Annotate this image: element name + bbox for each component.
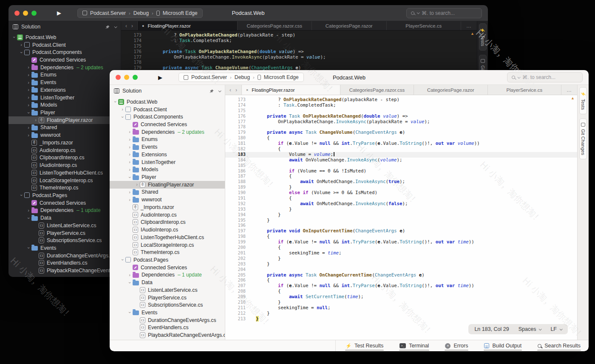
tab-categoriespage-razor[interactable]: CategoriesPage.razor: [312, 21, 387, 30]
chevron-expanded-icon[interactable]: ›: [19, 192, 24, 198]
tree-item-events[interactable]: ›Events: [8, 79, 121, 86]
chevron-collapsed-icon[interactable]: ›: [127, 145, 133, 150]
tree-item-dependencies[interactable]: ›Dependencies– 2 updates: [8, 64, 121, 71]
cursor-position[interactable]: Ln 183, Col 29: [474, 326, 509, 332]
tree-item-shared[interactable]: ›Shared: [110, 189, 225, 196]
close-icon[interactable]: ×: [246, 88, 248, 92]
run-configuration-breadcrumb[interactable]: Podcast.Server › Debug › Microsoft Edge: [77, 8, 203, 18]
tree-item-extensions[interactable]: ›Extensions: [110, 151, 225, 158]
code-line[interactable]: 202 }: [225, 256, 577, 262]
chevron-expanded-icon[interactable]: ›: [113, 99, 118, 105]
code-line[interactable]: 197 private void OnInputCurrentTime(Chan…: [225, 229, 577, 234]
solution-pad-header[interactable]: Solution: [8, 21, 121, 32]
run-configuration-breadcrumb[interactable]: Podcast.Server › Debug › Microsoft Edge: [178, 73, 304, 82]
code-line[interactable]: 205 private async Task OnChangeCurrentTi…: [225, 273, 577, 278]
tree-item-playbackratechangeeventargs-cs[interactable]: {}PlaybackRateChangeEventArgs.cs: [110, 331, 225, 339]
code-line[interactable]: 203 }: [225, 262, 577, 267]
code-line[interactable]: 174 : Task.CompletedTask;: [121, 38, 477, 44]
tree-item-enums[interactable]: ›Enums: [8, 71, 121, 79]
tree-item-player[interactable]: ›Player: [8, 109, 121, 116]
tab-floatingplayer-razor[interactable]: ×FloatingPlayer.razor: [241, 85, 340, 95]
tree-item-iaudiointerop-cs[interactable]: {}IAudioInterop.cs: [8, 161, 121, 169]
tree-item-models[interactable]: ›Models: [8, 101, 121, 109]
code-line[interactable]: 177 OnPlaybackRateChange.InvokeAsync(pla…: [225, 119, 577, 125]
tree-item-audiointerop-cs[interactable]: {}AudioInterop.cs: [110, 211, 225, 219]
modified-dot-icon[interactable]: ●: [142, 24, 144, 28]
dock-build-output[interactable]: Build Output: [483, 340, 523, 351]
code-line[interactable]: 195 }: [225, 218, 577, 223]
tree-item-listentogetherhubclient-cs[interactable]: {}ListenTogetherHubClient.cs: [8, 169, 121, 177]
chevron-collapsed-icon[interactable]: ›: [26, 208, 31, 213]
nav-back-icon[interactable]: ‹: [125, 23, 127, 29]
tree-item-dependencies[interactable]: ›Dependencies– 1 update: [110, 271, 225, 279]
chevron-collapsed-icon[interactable]: ›: [127, 160, 133, 164]
dock-terminal[interactable]: >_Terminal: [398, 340, 430, 351]
chevron-expanded-icon[interactable]: ›: [19, 49, 24, 55]
chevron-expanded-icon[interactable]: ›: [12, 34, 17, 40]
tree-item-floatingplayer-razor[interactable]: ›@FloatingPlayer.razor: [8, 116, 121, 124]
chevron-collapsed-icon[interactable]: ›: [18, 42, 24, 47]
tab-playerservice-cs[interactable]: PlayerService.cs: [488, 85, 561, 95]
chevron-collapsed-icon[interactable]: ›: [26, 87, 31, 92]
tree-item-podcast-pages[interactable]: ›Podcast.Pages: [8, 192, 121, 199]
code-line[interactable]: 177 OnPlaybackRateChange.InvokeAsync(pla…: [121, 55, 477, 60]
titlebar[interactable]: ▶ Podcast.Server › Debug › Microsoft Edg…: [110, 70, 589, 85]
tree-item-connected-services[interactable]: Connected Services: [110, 121, 225, 128]
chevron-collapsed-icon[interactable]: ›: [127, 137, 133, 142]
tab-categoriespage-razor-css[interactable]: CategoriesPage.razor.css: [340, 85, 414, 95]
tree-item-events[interactable]: ›Events: [8, 244, 121, 252]
window-controls[interactable]: [14, 11, 37, 16]
tree-item-listentogether[interactable]: ›ListenTogether: [8, 94, 121, 102]
tree-item-eventhandlers-cs[interactable]: {}EventHandlers.cs: [8, 260, 121, 267]
chevron-collapsed-icon[interactable]: ›: [127, 152, 133, 157]
dock-search-results[interactable]: Search Results: [536, 340, 582, 351]
chevron-collapsed-icon[interactable]: ›: [26, 95, 31, 100]
tree-item-data[interactable]: ›Data: [8, 214, 121, 222]
tree-item-playerservice-cs[interactable]: {}PlayerService.cs: [110, 294, 225, 302]
tree-item-clipboardinterop-cs[interactable]: {}ClipboardInterop.cs: [110, 219, 225, 226]
chevron-collapsed-icon[interactable]: ›: [134, 182, 140, 187]
chevron-collapsed-icon[interactable]: ›: [26, 103, 31, 107]
chevron-down-icon[interactable]: [114, 25, 117, 28]
tree-item-eventhandlers-cs[interactable]: {}EventHandlers.cs: [110, 324, 225, 332]
tree-item-themeinterop-cs[interactable]: {}ThemeInterop.cs: [110, 248, 225, 256]
chevron-collapsed-icon[interactable]: ›: [26, 73, 31, 77]
tree-item-dependencies[interactable]: ›Dependencies– 2 updates: [110, 128, 225, 136]
dock-errors[interactable]: ×Errors: [444, 340, 469, 351]
tree-item-floatingplayer-razor[interactable]: ›@FloatingPlayer.razor: [110, 181, 225, 189]
chevron-collapsed-icon[interactable]: ›: [127, 130, 133, 134]
minimize-window-button[interactable]: [124, 75, 129, 80]
tree-item-localstorageinterop-cs[interactable]: {}LocalStorageInterop.cs: [110, 241, 225, 249]
tree-item-listentogetherhubclient-cs[interactable]: {}ListenTogetherHubClient.cs: [110, 234, 225, 241]
nav-back-icon[interactable]: ‹: [230, 87, 231, 93]
code-line[interactable]: 179 private async Task ChangeVolume(Chan…: [225, 130, 577, 135]
zoom-window-button[interactable]: [31, 11, 37, 16]
code-line[interactable]: 211 seekingTime = null;: [225, 305, 577, 311]
tree-item-playerservice-cs[interactable]: {}PlayerService.cs: [8, 229, 121, 237]
titlebar[interactable]: ▶ Podcast.Server › Debug › Microsoft Edg…: [8, 5, 488, 21]
tree-item-podcast-web[interactable]: ›Podcast.Web: [110, 98, 225, 106]
tree-item-dependencies[interactable]: ›Dependencies– 1 update: [8, 207, 121, 214]
tree-item-listentogether[interactable]: ›ListenTogether: [110, 158, 225, 166]
solution-pad-header[interactable]: Solution: [110, 85, 225, 97]
tree-item-podcast-components[interactable]: ›Podcast.Components: [8, 48, 121, 56]
tab-overflow-icon[interactable]: …: [561, 85, 577, 95]
tree-item-podcast-client[interactable]: ›Podcast.Client: [8, 41, 121, 49]
nav-forward-icon[interactable]: ›: [235, 87, 237, 93]
search-field[interactable]: ⌘. to search...: [507, 72, 583, 82]
tree-item-podcast-web[interactable]: ›Podcast.Web: [8, 34, 121, 41]
zoom-window-button[interactable]: [133, 75, 138, 80]
tree-item-listenlaterservice-cs[interactable]: {}ListenLaterService.cs: [8, 222, 121, 229]
tree-item-player[interactable]: ›Player: [110, 173, 225, 181]
tree-item-imports-razor[interactable]: @_Imports.razor: [110, 203, 225, 211]
tree-item-iaudiointerop-cs[interactable]: {}IAudioInterop.cs: [110, 226, 225, 234]
chevron-collapsed-icon[interactable]: ›: [26, 65, 31, 70]
close-window-button[interactable]: [116, 75, 121, 80]
tab-playerservice-cs[interactable]: PlayerService.cs: [387, 21, 462, 30]
tree-item-imports-razor[interactable]: @_Imports.razor: [8, 139, 121, 147]
chevron-expanded-icon[interactable]: ›: [128, 174, 132, 180]
tree-item-durationchangeeventargs-cs[interactable]: {}DurationChangeEventArgs.cs: [110, 316, 225, 324]
code-line[interactable]: 213}: [225, 316, 577, 322]
code-line[interactable]: 212 }: [225, 311, 577, 316]
tree-item-subscriptionsservice-cs[interactable]: {}SubscriptionsService.cs: [110, 301, 225, 309]
